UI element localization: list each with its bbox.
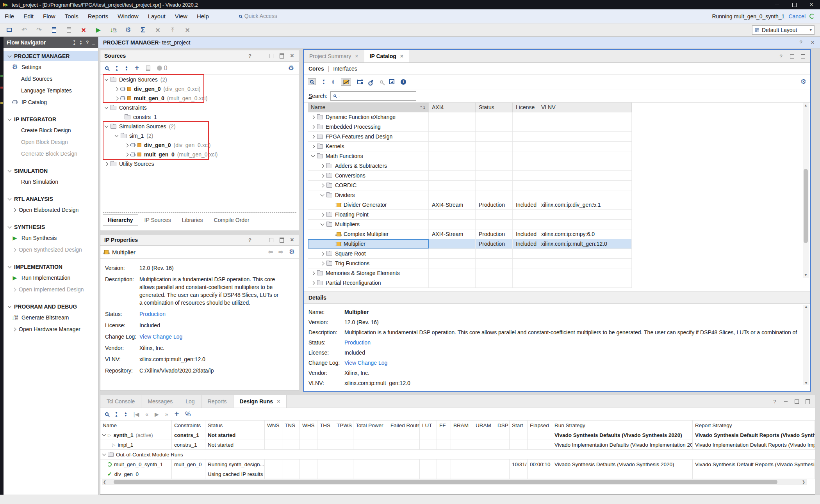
tree-item-sim-1[interactable]: sim_1(2) — [100, 131, 299, 140]
column-axi4[interactable]: AXI4 — [429, 103, 476, 112]
col-dsp[interactable]: DSP — [495, 421, 510, 430]
back-arrow-icon[interactable]: ⇦ — [268, 248, 273, 256]
maximize-icon[interactable] — [789, 53, 795, 59]
column-vlnv[interactable]: VLNV — [538, 103, 632, 112]
fn-section-simulation[interactable]: SIMULATION — [4, 166, 98, 176]
maximize-icon[interactable] — [268, 237, 274, 243]
catalog-row-floating-point[interactable]: Floating Point — [308, 210, 632, 220]
fn-section-ip-integrator[interactable]: IP INTEGRATOR — [4, 114, 98, 124]
expand-all-button[interactable]: ▲▼ — [125, 66, 128, 71]
scroll-up-icon[interactable]: ▲ — [804, 305, 808, 309]
chevron-right-icon[interactable] — [115, 96, 119, 100]
redo-button[interactable]: ↷ — [34, 25, 44, 35]
expand-all-button[interactable]: ▲▼ — [332, 79, 335, 85]
tab-tcl-console[interactable]: Tcl Console — [100, 395, 141, 408]
status-link[interactable]: Production — [139, 310, 280, 318]
tab-ip-sources[interactable]: IP Sources — [140, 215, 176, 225]
sum-button[interactable]: Σ — [138, 25, 148, 35]
collapse-all-icon[interactable]: ▼▲ — [73, 40, 76, 45]
fn-item-open-implemented-design[interactable]: Open Implemented Design — [4, 284, 98, 295]
col-uram[interactable]: URAM — [473, 421, 495, 430]
collapse-all-button[interactable]: ▼▲ — [115, 412, 118, 417]
tree-item-simulation-sources[interactable]: Simulation Sources(2) — [100, 122, 299, 131]
float-icon[interactable] — [279, 53, 284, 59]
column-license[interactable]: License — [513, 103, 538, 112]
tab-log[interactable]: Log — [179, 395, 201, 408]
layout-selector[interactable]: Default Layout ▾ — [752, 25, 815, 35]
col-total-power[interactable]: Total Power — [353, 421, 388, 430]
chevron-right-icon[interactable] — [311, 125, 315, 129]
help-icon[interactable] — [798, 40, 804, 45]
tree-item-sim-mult-gen-0[interactable]: mult_gen_0(mult_gen_0.xci) — [100, 150, 299, 159]
help-icon[interactable] — [772, 399, 777, 404]
chevron-right-icon[interactable] — [311, 281, 315, 285]
generate-bitstream-button[interactable]: ↓0110 — [109, 25, 118, 35]
info-button[interactable]: i — [401, 79, 406, 85]
chevron-down-icon[interactable] — [102, 433, 106, 437]
fn-item-open-synthesized-design[interactable]: Open Synthesized Design — [4, 244, 98, 256]
fn-section-program-debug[interactable]: PROGRAM AND DEBUG — [4, 302, 98, 312]
menu-edit[interactable]: Edit — [19, 11, 38, 21]
float-icon[interactable] — [279, 237, 284, 243]
percent-button[interactable]: % — [185, 411, 191, 418]
chevron-right-icon[interactable] — [311, 115, 315, 119]
create-runs-button[interactable]: + — [175, 410, 179, 419]
settings-gear-button[interactable]: ⚙ — [800, 79, 806, 85]
chevron-right-icon[interactable] — [115, 87, 119, 91]
report-button[interactable] — [49, 25, 59, 35]
float-icon[interactable] — [805, 399, 810, 404]
run-row-ooc-group[interactable]: Out-of-Context Module Runs — [100, 450, 815, 460]
step-forward-button[interactable]: » — [165, 411, 168, 417]
catalog-row-trig-functions[interactable]: Trig Functions — [308, 259, 632, 268]
run-row-impl-1[interactable]: ▷impl_1 constrs_1 Not started Vivado Imp… — [100, 440, 815, 450]
scroll-left-icon[interactable]: ❮ — [102, 480, 107, 484]
chevron-right-icon[interactable] — [125, 153, 129, 156]
menu-view[interactable]: View — [170, 11, 192, 21]
catalog-row-divider-generator[interactable]: Divider GeneratorAXI4-StreamProductionIn… — [308, 200, 632, 210]
collapse-all-button[interactable]: ▼▲ — [115, 66, 118, 71]
save-button[interactable] — [5, 25, 14, 35]
tree-item-utility-sources[interactable]: Utility Sources — [100, 159, 299, 169]
catalog-row-embedded[interactable]: Embedded Processing — [308, 122, 632, 132]
chevron-down-icon[interactable] — [311, 154, 315, 158]
chevron-right-icon[interactable] — [321, 164, 324, 168]
tab-libraries[interactable]: Libraries — [177, 215, 208, 225]
col-failed-routes[interactable]: Failed Routes — [388, 421, 420, 430]
help-icon[interactable]: ? — [86, 40, 89, 45]
fn-section-project-manager[interactable]: PROJECT MANAGER — [4, 51, 98, 61]
fn-item-open-block-design[interactable]: Open Block Design — [4, 136, 98, 148]
chevron-right-icon[interactable] — [321, 174, 324, 177]
tab-hierarchy[interactable]: Hierarchy — [103, 214, 138, 226]
catalog-row-multipliers[interactable]: Multipliers — [308, 220, 632, 229]
fn-item-generate-bitstream[interactable]: ↓0110Generate Bitstream — [4, 312, 98, 323]
details-scrollbar[interactable]: ▲ ▼ — [803, 305, 809, 385]
close-icon[interactable]: × — [355, 53, 358, 59]
menu-file[interactable]: File — [0, 11, 19, 21]
col-elapsed[interactable]: Elapsed — [528, 421, 552, 430]
maximize-icon[interactable] — [268, 53, 274, 59]
quick-access-search[interactable]: Quick Access — [237, 12, 296, 20]
fn-section-synthesis[interactable]: SYNTHESIS — [4, 222, 98, 232]
device-button[interactable] — [389, 79, 394, 84]
fn-item-ip-catalog[interactable]: IP Catalog — [4, 96, 98, 108]
collapse-all-button[interactable]: ▼▲ — [322, 79, 325, 85]
catalog-row-partial-reconfiguration[interactable]: Partial Reconfiguration — [308, 278, 632, 288]
vertical-scrollbar[interactable]: ▲ ▼ — [803, 103, 809, 278]
chevron-down-icon[interactable] — [321, 222, 324, 226]
col-ff[interactable]: FF — [437, 421, 451, 430]
horizontal-scrollbar[interactable]: ❮ ❯ — [102, 479, 807, 485]
stop-button[interactable]: × — [79, 25, 88, 35]
search-button[interactable] — [105, 66, 109, 70]
tree-item-design-sources[interactable]: Design Sources(2) — [100, 75, 299, 84]
step-back-button[interactable]: « — [145, 411, 148, 417]
fn-item-run-implementation[interactable]: ▶Run Implementation — [4, 272, 98, 284]
scroll-down-icon[interactable]: ▼ — [804, 381, 808, 385]
maximize-icon[interactable] — [794, 399, 799, 404]
forward-arrow-icon[interactable]: ⇨ — [278, 248, 283, 256]
fn-item-run-simulation[interactable]: Run Simulation — [4, 176, 98, 188]
tree-item-constrs-1[interactable]: constrs_1 — [100, 112, 299, 122]
chevron-down-icon[interactable] — [321, 193, 324, 197]
fn-section-implementation[interactable]: IMPLEMENTATION — [4, 262, 98, 272]
help-icon[interactable] — [247, 53, 253, 59]
catalog-row-memories[interactable]: Memories & Storage Elements — [308, 268, 632, 278]
